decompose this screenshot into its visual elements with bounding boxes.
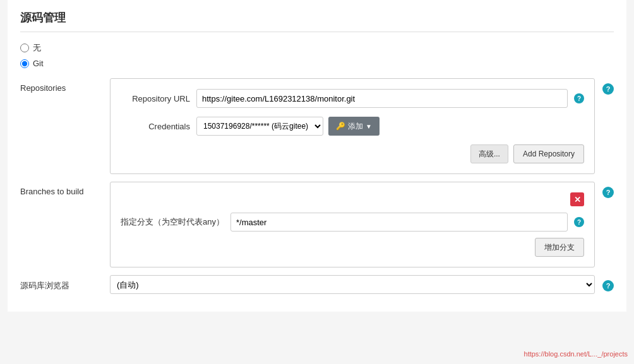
credentials-select[interactable]: 15037196928/****** (码云gitee): [196, 117, 323, 136]
repo-url-help-icon[interactable]: ?: [574, 93, 584, 103]
branches-section-row: Branches to build ✕ 指定分支（为空时代表any） ? 增加分…: [20, 182, 614, 267]
credentials-row: Credentials 15037196928/****** (码云gitee)…: [121, 117, 584, 136]
repositories-content: Repository URL ? Credentials 15037196928…: [110, 78, 595, 174]
scm-radio-group: 无 Git: [20, 42, 614, 68]
key-icon: 🔑: [336, 122, 345, 131]
main-container: 源码管理 无 Git Repositories Repository URL ?: [8, 0, 626, 312]
branch-input[interactable]: [230, 213, 568, 232]
credentials-controls: 15037196928/****** (码云gitee) 🔑 添加 ▼: [196, 117, 584, 136]
branch-help-icon[interactable]: ?: [574, 217, 584, 227]
repo-url-row: Repository URL ?: [121, 89, 584, 108]
radio-git-input[interactable]: [20, 59, 29, 68]
branches-help-icon[interactable]: ?: [602, 187, 614, 198]
repo-url-input[interactable]: [196, 89, 568, 108]
radio-git-label: Git: [33, 59, 44, 68]
branch-input-row: 指定分支（为空时代表any） ?: [121, 213, 584, 232]
browser-section-row: 源码库浏览器 (自动) ?: [20, 275, 614, 294]
credentials-label: Credentials: [121, 122, 190, 131]
advanced-button[interactable]: 高级...: [470, 144, 508, 163]
dropdown-caret-icon: ▼: [366, 123, 372, 130]
add-branch-button[interactable]: 增加分支: [535, 238, 584, 257]
branches-label: Branches to build: [20, 182, 102, 196]
add-credentials-button[interactable]: 🔑 添加 ▼: [328, 117, 380, 136]
radio-none-label: 无: [33, 42, 41, 54]
remove-branch-button[interactable]: ✕: [570, 192, 584, 206]
repo-button-row: 高级... Add Repository: [121, 144, 584, 163]
add-credentials-label: 添加: [348, 121, 363, 132]
repositories-help-icon[interactable]: ?: [602, 83, 614, 95]
repositories-section-row: Repositories Repository URL ? Credential…: [20, 78, 614, 174]
branch-input-label: 指定分支（为空时代表any）: [121, 216, 224, 228]
radio-git-item[interactable]: Git: [20, 59, 614, 68]
browser-select[interactable]: (自动): [110, 275, 595, 294]
csdn-link[interactable]: https://blog.csdn.net/L..._/projects: [524, 350, 628, 358]
radio-none-item[interactable]: 无: [20, 42, 614, 54]
add-repository-button[interactable]: Add Repository: [513, 144, 584, 163]
radio-none-input[interactable]: [20, 44, 29, 52]
repo-url-label: Repository URL: [121, 94, 190, 103]
branch-header: ✕: [121, 192, 584, 206]
branch-button-row: 增加分支: [121, 238, 584, 257]
page-title: 源码管理: [20, 10, 614, 32]
branches-content: ✕ 指定分支（为空时代表any） ? 增加分支: [110, 182, 595, 267]
browser-label: 源码库浏览器: [20, 275, 102, 291]
repositories-label: Repositories: [20, 78, 102, 93]
browser-help-icon[interactable]: ?: [602, 280, 614, 291]
